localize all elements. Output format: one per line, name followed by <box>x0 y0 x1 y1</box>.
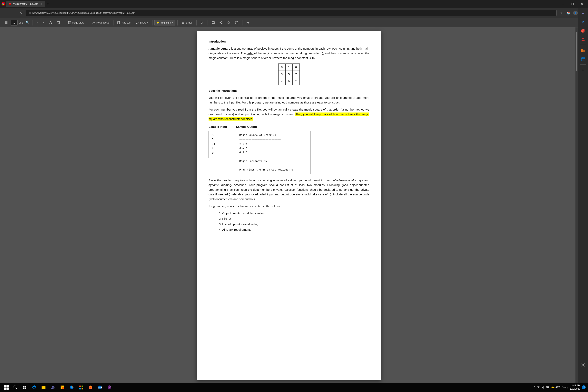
table-cell: 7 <box>292 71 300 78</box>
draw-button[interactable]: Draw ▾ <box>134 20 150 26</box>
scrollbar[interactable] <box>576 28 578 382</box>
svg-rect-21 <box>157 22 159 23</box>
tab-close-button[interactable]: ✕ <box>40 2 43 6</box>
sidebar-user-icon[interactable] <box>579 35 587 43</box>
sidebar-pen-icon[interactable]: ✏ <box>579 18 587 26</box>
maximize-button[interactable]: ❐ <box>568 1 577 7</box>
export-icon <box>227 21 230 24</box>
sample-input-box: 3 5 11 7 9 <box>208 131 228 158</box>
erase-button[interactable]: Erase <box>180 20 194 26</box>
zoom-in-button[interactable]: + <box>41 20 46 26</box>
output-line: # of times the array was resized: 0 <box>239 168 307 172</box>
taskbar-firefox-button[interactable] <box>68 384 76 391</box>
taskbar-ie-button[interactable] <box>96 384 104 391</box>
export-button[interactable] <box>226 20 232 26</box>
taskbar: VS ⌃ 62°F Sunny 3:43 PM 10/9/2022 22 <box>0 382 588 392</box>
svg-rect-60 <box>82 386 83 387</box>
weather-widget[interactable]: 62°F <box>551 386 560 389</box>
para-1: A magic square is a square array of posi… <box>208 46 369 60</box>
title-bar-left <box>2 2 5 6</box>
sidebar-bag-icon[interactable]: 🎒 <box>579 27 587 34</box>
svg-rect-53 <box>53 387 55 388</box>
search-pdf-button[interactable]: 🔍 <box>24 20 30 26</box>
page-navigation: ☰ of 2 🔍 <box>3 20 30 26</box>
intro-heading: Introduction <box>208 39 369 44</box>
svg-point-41 <box>582 364 584 366</box>
svg-point-65 <box>90 387 91 388</box>
new-tab-button[interactable]: + <box>45 1 50 7</box>
svg-text:i: i <box>30 12 30 14</box>
svg-marker-70 <box>542 386 544 389</box>
svg-rect-44 <box>23 386 24 387</box>
svg-rect-45 <box>25 386 26 387</box>
svg-rect-2 <box>2 4 3 5</box>
zoom-out-button[interactable]: − <box>35 20 40 26</box>
hamburger-button[interactable]: ☰ <box>3 20 10 26</box>
list-item-2: File IO <box>222 216 369 221</box>
sidebar-star-icon[interactable]: ✦ <box>579 10 587 17</box>
address-input[interactable]: i D:/University%20of%20Bridgeport/OOPS%2… <box>26 10 557 16</box>
table-cell: 8 <box>278 64 286 71</box>
svg-point-50 <box>53 386 54 387</box>
clock[interactable]: 3:43 PM 10/9/2022 <box>570 384 580 391</box>
taskbar-task-view-button[interactable] <box>20 384 29 391</box>
highlight-chevron: ▾ <box>172 21 173 24</box>
para-5: Programming concepts that are expected i… <box>208 204 369 208</box>
highlighted-text: Also, you will keep track of how many ti… <box>208 112 369 120</box>
output-line: 8 1 6 <box>239 142 307 146</box>
close-button[interactable]: ✕ <box>578 1 586 7</box>
draw-icon <box>136 21 139 24</box>
fit-button[interactable] <box>55 20 62 26</box>
sidebar-office-icon[interactable] <box>579 46 587 54</box>
svg-text:A: A <box>94 22 95 24</box>
system-tray: ⌃ <box>534 386 550 389</box>
forward-button[interactable]: → <box>10 10 16 16</box>
battery-icon <box>546 386 550 389</box>
sidebar-calendar-icon[interactable] <box>579 55 587 63</box>
highlight-button[interactable]: Highlight ▾ <box>154 20 176 26</box>
svg-point-28 <box>222 23 222 24</box>
table-cell: 4 <box>278 78 286 85</box>
svg-point-27 <box>222 21 222 22</box>
scrollbar-thumb[interactable] <box>576 32 578 71</box>
rotate-button[interactable] <box>47 20 54 26</box>
expand-button[interactable] <box>233 20 240 26</box>
sidebar-sep-2 <box>580 64 586 65</box>
taskbar-explorer-button[interactable] <box>39 384 48 391</box>
favorites-icon[interactable]: ☆ <box>558 10 564 16</box>
taskbar-vs-button[interactable]: VS <box>105 384 114 391</box>
notification-badge[interactable]: 22 <box>582 385 586 389</box>
read-aloud-button[interactable]: AA Read aloud <box>90 20 112 26</box>
taskbar-store-button[interactable] <box>77 384 86 391</box>
highlight-icon <box>156 21 160 24</box>
para-4: Since the problem requires solution for … <box>208 178 369 202</box>
page-view-button[interactable]: Page view <box>66 20 86 26</box>
add-text-button[interactable]: Add text <box>116 20 133 26</box>
sidebar-add-button[interactable]: + <box>579 66 587 74</box>
read-aloud-icon: AA <box>92 21 95 24</box>
page-number-input[interactable] <box>10 20 18 26</box>
start-button[interactable] <box>2 384 10 391</box>
tray-up-arrow[interactable]: ⌃ <box>534 386 536 389</box>
share-button[interactable] <box>218 20 224 26</box>
back-button[interactable]: ← <box>2 10 8 16</box>
touch-button[interactable] <box>198 20 206 26</box>
taskbar-browser-2-button[interactable] <box>86 384 95 391</box>
taskbar-search-button[interactable] <box>11 384 20 391</box>
svg-rect-0 <box>2 3 3 4</box>
minimize-button[interactable]: ─ <box>558 1 568 7</box>
rotate-icon <box>49 21 52 24</box>
taskbar-edge-button[interactable] <box>30 384 38 391</box>
refresh-button[interactable]: ↻ <box>18 10 24 16</box>
input-line: 11 <box>212 142 225 146</box>
comment-button[interactable] <box>210 20 217 26</box>
collections-icon[interactable]: 📚 <box>565 10 572 16</box>
draw-chevron: ▾ <box>147 21 148 24</box>
taskbar-photos-button[interactable] <box>58 384 67 391</box>
active-tab[interactable]: PDF *Assignment2_Fa22.pdf ✕ <box>6 1 45 7</box>
taskbar-teams-button[interactable] <box>48 384 57 391</box>
weather-label: Sunny <box>562 386 568 388</box>
sample-output-box: Magic Square of Order 3: ===============… <box>236 131 310 174</box>
toolbar-settings-button[interactable] <box>244 20 252 26</box>
sidebar-bottom-settings[interactable] <box>579 361 587 369</box>
